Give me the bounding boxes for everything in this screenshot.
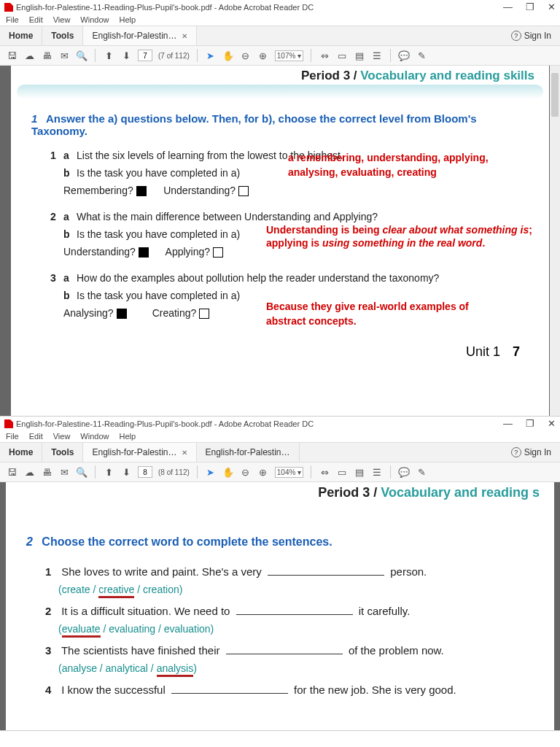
close-icon[interactable]: ✕ [182,449,187,457]
document-page: Period 3 / Vocabulary and reading s 2 Ch… [6,482,554,730]
answer-2: Understanding is being clear about what … [266,223,536,249]
hand-icon[interactable]: ✋ [222,466,234,478]
page-up-icon[interactable]: ⬆ [103,50,114,61]
page-number: 7 [513,344,520,359]
menu-help[interactable]: Help [119,15,136,24]
close-icon[interactable]: ✕ [182,32,187,40]
print-icon[interactable]: 🖶 [41,50,52,61]
save-icon[interactable]: 🖫 [6,466,18,478]
menu-window[interactable]: Window [80,15,109,24]
period-label: Period 3 [301,69,350,82]
mail-icon[interactable]: ✉ [58,466,70,478]
sign-icon[interactable]: ✎ [416,50,427,61]
menu-view[interactable]: View [53,432,71,441]
menu-help[interactable]: Help [119,432,136,441]
save-icon[interactable]: 🖫 [6,50,18,61]
page-down-icon[interactable]: ⬇ [120,50,132,61]
titlebar: English-for-Palestine-11-Reading-Plus-Pu… [0,0,560,14]
tab-tools[interactable]: Tools [42,26,83,45]
zoom-out-icon[interactable]: ⊖ [240,466,252,478]
zoom-in-icon[interactable]: ⊕ [257,466,269,478]
close-button[interactable]: ✕ [548,418,556,429]
menu-view[interactable]: View [53,15,71,24]
mail-icon[interactable]: ✉ [58,50,70,61]
maximize-button[interactable]: ❐ [526,418,534,429]
answer-underline: analysis [157,662,194,677]
pointer-icon[interactable]: ➤ [205,466,217,478]
answer-1-line2: analysing, evaluating, creating [288,166,437,178]
page-up-icon[interactable]: ⬆ [103,466,114,478]
zoom-select[interactable]: 107% ▾ [275,50,303,61]
cloud-icon[interactable]: ☁ [23,466,35,478]
tab-document[interactable]: English-for-Palestin… ✕ [83,26,196,45]
tabbar: Home Tools English-for-Palestin… ✕ Engli… [0,442,560,462]
comment-icon[interactable]: 💬 [398,466,410,478]
window-controls: — ❐ ✕ [503,418,556,429]
fit-width-icon[interactable]: ⇔ [319,466,330,478]
tab-document-label: English-for-Palestin… [92,31,176,41]
tab-home[interactable]: Home [0,26,42,45]
sentence-2: 2 It is a difficult situation. We need t… [45,603,534,620]
search-icon[interactable]: 🔍 [76,50,88,61]
checkbox-empty[interactable] [199,309,209,319]
page-down-icon[interactable]: ⬇ [120,466,132,478]
scrollbar[interactable] [550,66,560,416]
toolbar: 🖫 ☁ 🖶 ✉ 🔍 ⬆ ⬇ (8 of 112) ➤ ✋ ⊖ ⊕ 104% ▾ … [0,462,560,482]
scroll-view-icon[interactable]: ☰ [371,466,383,478]
options-1: (create / creative / creation) [58,584,534,595]
instruction-number: 2 [26,535,33,548]
checkbox-filled[interactable] [139,247,149,258]
sign-icon[interactable]: ✎ [416,466,427,478]
instruction-2: 2 Choose the correct word to complete th… [26,535,534,549]
scroll-view-icon[interactable]: ☰ [371,50,383,61]
tab-home[interactable]: Home [0,443,42,462]
sign-in[interactable]: ? Sign In [502,26,560,45]
checkbox-filled[interactable] [117,309,127,319]
menu-edit[interactable]: Edit [29,15,43,24]
blank [236,606,353,615]
checkbox-empty[interactable] [238,186,249,196]
fit-page-icon[interactable]: ▭ [336,50,348,61]
header-gradient [17,85,543,99]
comment-icon[interactable]: 💬 [398,50,410,61]
sentence-4: 4 I know the successful for the new job.… [45,681,534,699]
fit-page-icon[interactable]: ▭ [336,466,348,478]
menu-edit[interactable]: Edit [29,432,43,441]
window-title: English-for-Palestine-11-Reading-Plus-Pu… [16,3,503,12]
acrobat-window-2: English-for-Palestine-11-Reading-Plus-Pu… [0,417,560,731]
maximize-button[interactable]: ❐ [526,1,534,12]
menu-file[interactable]: File [6,432,19,441]
tab-tools[interactable]: Tools [42,443,83,462]
zoom-select[interactable]: 104% ▾ [275,467,303,478]
zoom-in-icon[interactable]: ⊕ [257,50,269,61]
hand-icon[interactable]: ✋ [222,50,234,61]
minimize-button[interactable]: — [503,418,513,429]
page-view-icon[interactable]: ▤ [354,50,365,61]
tab-document-2[interactable]: English-for-Palestin… [197,443,300,462]
checkbox-filled[interactable] [136,186,147,196]
page-number-input[interactable] [138,50,152,61]
pointer-icon[interactable]: ➤ [205,50,217,61]
sign-in[interactable]: ? Sign In [502,443,560,462]
menu-file[interactable]: File [6,15,19,24]
scrollbar-thumb[interactable] [551,73,559,117]
q3-a: 3aHow do the examples about pollution he… [50,270,529,286]
blank [268,567,384,576]
cloud-icon[interactable]: ☁ [23,50,35,61]
page-header: Period 3 / Vocabulary and reading s [6,482,554,502]
page-view-icon[interactable]: ▤ [354,466,365,478]
acrobat-window-1: English-for-Palestine-11-Reading-Plus-Pu… [0,0,560,417]
minimize-button[interactable]: — [503,1,513,12]
close-button[interactable]: ✕ [548,1,556,12]
fit-width-icon[interactable]: ⇔ [319,50,330,61]
checkbox-empty[interactable] [213,247,223,258]
zoom-out-icon[interactable]: ⊖ [240,50,252,61]
unit-footer: Unit 1 7 [11,337,549,370]
sentence-3: 3 The scientists have finished their of … [45,642,534,659]
search-icon[interactable]: 🔍 [76,466,88,478]
tab-document-1[interactable]: English-for-Palestin… ✕ [83,443,196,462]
page-number-input[interactable] [138,466,152,478]
print-icon[interactable]: 🖶 [41,466,52,478]
menu-window[interactable]: Window [80,432,109,441]
answer-underline: evaluate [62,623,101,638]
